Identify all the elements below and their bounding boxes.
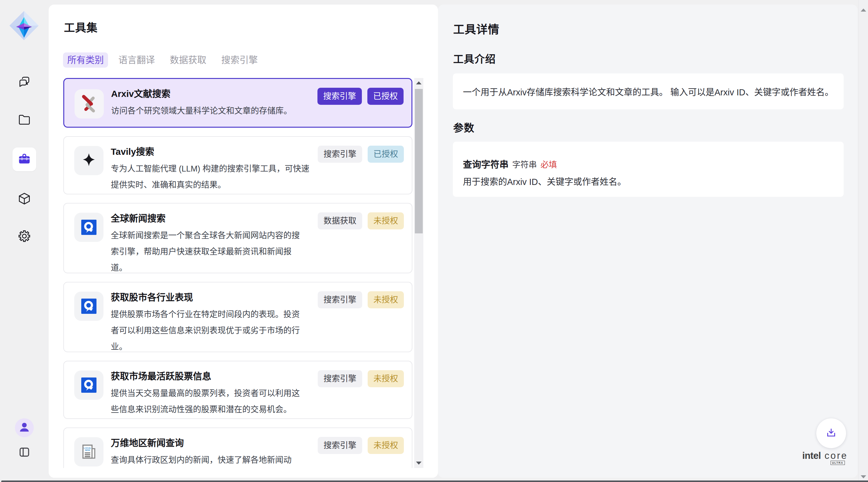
intro-text: 一个用于从Arxiv存储库搜索科学论文和文章的工具。 输入可以是Arxiv ID…	[453, 85, 844, 98]
tool-card[interactable]: 全球新闻搜索全球新闻搜索是一个聚合全球各大新闻网站内容的搜索引擎，帮助用户快速获…	[63, 203, 412, 273]
sidebar-item-chat[interactable]	[12, 70, 36, 94]
tool-card[interactable]: 获取市场最活跃股票信息提供当天交易量最高的股票列表，投资者可以利用这些信息来识别…	[63, 361, 412, 419]
quark-blue-icon	[74, 291, 103, 321]
tool-list-scrollbar[interactable]	[414, 78, 423, 468]
sidebar-item-settings[interactable]	[12, 225, 36, 249]
intro-heading: 工具介绍	[453, 51, 496, 66]
tool-name: Arxiv文献搜索	[111, 87, 304, 101]
category-badge: 搜索引擎	[317, 88, 362, 105]
panel-toggle-icon	[18, 446, 31, 460]
tool-name: 全球新闻搜索	[111, 211, 304, 225]
tool-description: 全球新闻搜索是一个聚合全球各大新闻网站内容的搜索引擎，帮助用户快速获取全球最新资…	[111, 228, 304, 273]
sidebar-item-files[interactable]	[12, 108, 36, 132]
category-badge: 搜索引擎	[318, 146, 362, 163]
detail-title: 工具详情	[453, 21, 499, 37]
gear-icon	[18, 229, 31, 244]
auth-status-badge: 已授权	[368, 146, 404, 163]
download-icon	[826, 427, 837, 440]
tool-card[interactable]: LOCALNEW万维地区新闻查询查询具体行政区划内的新闻，快速了解各地新闻动态。…	[63, 427, 412, 468]
ultra-badge: ULTRA	[831, 461, 845, 465]
param-name: 查询字符串	[463, 157, 508, 170]
taskbar-edge	[1, 480, 868, 482]
tab-translation[interactable]: 语言翻译	[118, 52, 155, 68]
category-badge: 搜索引擎	[318, 437, 362, 454]
arxiv-logo-icon	[74, 89, 104, 118]
person-icon	[17, 420, 31, 435]
collapse-sidebar-button[interactable]	[12, 441, 36, 465]
param-card: 查询字符串 字符串 必填 用于搜索的Arxiv ID、关键字或作者姓名。	[453, 142, 844, 197]
tavily-sparkle-icon	[74, 146, 103, 175]
tool-list: Arxiv文献搜索访问各个研究领域大量科学论文和文章的存储库。搜索引擎已授权Ta…	[63, 78, 423, 468]
sidebar	[0, 0, 49, 482]
quark-blue-icon	[74, 370, 103, 400]
sidebar-item-tools[interactable]	[12, 147, 36, 171]
tool-card[interactable]: Tavily搜索专为人工智能代理 (LLM) 构建的搜索引擎工具，可快速提供实时…	[63, 136, 412, 194]
sidebar-item-models[interactable]	[12, 188, 36, 211]
tab-data-fetch[interactable]: 数据获取	[170, 52, 206, 68]
tool-detail-panel: 工具详情 工具介绍 一个用于从Arxiv存储库搜索科学论文和文章的工具。 输入可…	[438, 5, 858, 478]
auth-status-badge: 未授权	[368, 370, 404, 387]
svg-text:NEW: NEW	[85, 449, 90, 452]
tool-description: 提供当天交易量最高的股票列表，投资者可以利用这些信息来识别流动性强的股票和潜在的…	[111, 386, 304, 418]
quark-blue-icon	[74, 212, 103, 242]
intro-card: 一个用于从Arxiv存储库搜索科学论文和文章的工具。 输入可以是Arxiv ID…	[453, 74, 844, 109]
user-avatar[interactable]	[15, 418, 34, 437]
auth-status-badge: 未授权	[368, 291, 404, 308]
tool-description: 访问各个研究领域大量科学论文和文章的存储库。	[111, 103, 304, 119]
page-scrollbar[interactable]	[858, 0, 868, 482]
category-tabs: 所有类别语言翻译数据获取搜索引擎	[49, 52, 438, 68]
tool-card-selected[interactable]: Arxiv文献搜索访问各个研究领域大量科学论文和文章的存储库。搜索引擎已授权	[63, 78, 412, 127]
tool-description: 查询具体行政区划内的新闻，快速了解各地新闻动态。	[111, 452, 304, 468]
category-badge: 搜索引擎	[318, 291, 362, 308]
download-button[interactable]	[816, 418, 846, 448]
page-title: 工具集	[64, 19, 98, 35]
page-scroll-up-icon[interactable]	[859, 8, 868, 11]
scroll-down-arrow-icon[interactable]	[414, 461, 423, 465]
param-type: 字符串	[512, 158, 537, 170]
param-description: 用于搜索的Arxiv ID、关键字或作者姓名。	[463, 175, 834, 188]
cube-icon	[18, 192, 31, 206]
intel-wordmark: intel	[802, 450, 821, 461]
local-news-icon: LOCALNEW	[74, 437, 103, 466]
folder-icon	[18, 113, 31, 127]
page-scroll-down-icon[interactable]	[859, 475, 868, 478]
auth-status-badge: 未授权	[368, 437, 404, 454]
chat-icon	[18, 75, 31, 90]
scroll-up-arrow-icon[interactable]	[414, 81, 423, 84]
tool-name: 获取股市各行业表现	[111, 290, 304, 304]
tab-search-engine[interactable]: 搜索引擎	[221, 52, 258, 68]
tab-all-categories[interactable]: 所有类别	[63, 52, 108, 68]
tool-list-scrollbar-thumb[interactable]	[415, 89, 423, 233]
app-logo-icon	[9, 11, 39, 40]
core-wordmark: core	[825, 450, 847, 461]
category-badge: 搜索引擎	[318, 370, 362, 387]
param-required-badge: 必填	[540, 158, 557, 170]
tool-name: 万维地区新闻查询	[111, 436, 304, 450]
tool-description: 提供股票市场各个行业在特定时间段内的表现。投资者可以利用这些信息来识别表现优于或…	[111, 307, 304, 352]
params-heading: 参数	[453, 120, 474, 135]
toolset-panel: 工具集 所有类别语言翻译数据获取搜索引擎 Arxiv文献搜索访问各个研究领域大量…	[49, 5, 438, 478]
tool-card[interactable]: 获取股市各行业表现提供股票市场各个行业在特定时间段内的表现。投资者可以利用这些信…	[63, 282, 412, 352]
tool-description: 专为人工智能代理 (LLM) 构建的搜索引擎工具，可快速提供实时、准确和真实的结…	[111, 161, 316, 193]
tool-name: 获取市场最活跃股票信息	[111, 369, 304, 383]
tool-name: Tavily搜索	[111, 145, 316, 159]
briefcase-icon	[18, 152, 31, 167]
intel-core-logo: intel core ULTRA	[802, 450, 847, 461]
auth-status-badge: 未授权	[368, 212, 404, 229]
auth-status-badge: 已授权	[367, 88, 404, 105]
category-badge: 数据获取	[318, 212, 362, 229]
